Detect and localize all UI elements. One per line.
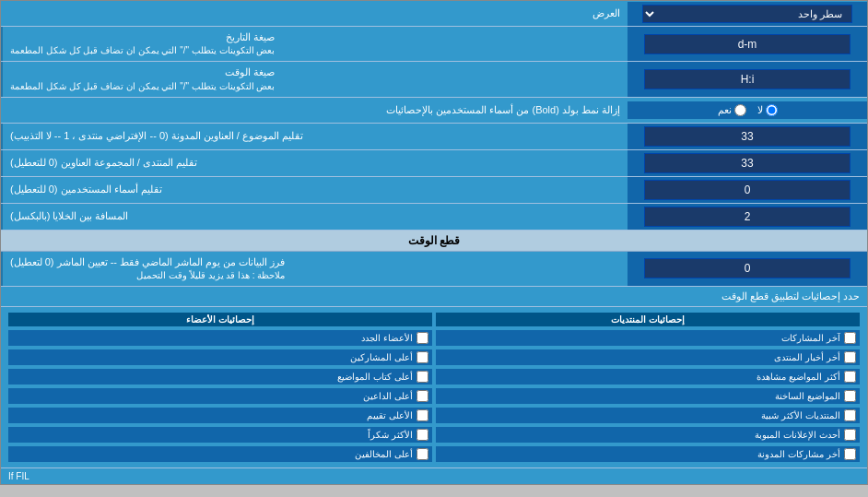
checkbox-grid: إحصائيات المنتديات آخر المشاركات أخر أخب… [8,313,860,462]
checkbox-item: أخر أخبار المنتدى [436,349,860,365]
time-format-row: صيغة الوقت بعض التكوينات يتطلب "/" التي … [1,62,867,97]
checkbox-item: أحدث الإعلانات المبوبة [436,427,860,443]
date-format-input-container [628,27,867,61]
checkbox-section: إحصائيات المنتديات آخر المشاركات أخر أخب… [1,307,867,468]
date-format-label: صيغة التاريخ بعض التكوينات يتطلب "/" الت… [1,27,628,61]
checkbox-forum-7[interactable] [844,448,856,460]
checkbox-item: أعلى المخالفين [8,446,432,462]
cell-distance-input[interactable] [644,207,850,227]
time-format-input[interactable] [644,69,850,89]
cell-distance-label: المسافة بين الخلايا (بالبكسل) [1,204,628,230]
checkbox-item: آخر المشاركات [436,330,860,346]
checkbox-member-7[interactable] [416,448,428,460]
checkbox-member-4[interactable] [416,390,428,402]
checkbox-item: أعلى كتاب المواضيع [8,369,432,385]
time-format-input-container [628,62,867,96]
checkbox-member-5[interactable] [416,409,428,421]
bold-yes-radio[interactable] [734,104,746,116]
bold-remove-row: إزالة نمط بولد (Bold) من أسماء المستخدمي… [1,98,867,124]
checkbox-item: أعلى الداعين [8,388,432,404]
time-format-label: صيغة الوقت بعض التكوينات يتطلب "/" التي … [1,62,628,96]
bold-remove-label: إزالة نمط بولد (Bold) من أسماء المستخدمي… [1,101,628,120]
display-select-container: سطر واحد [628,2,867,26]
checkbox-col-forums: إحصائيات المنتديات آخر المشاركات أخر أخب… [436,313,860,462]
topic-order-input[interactable] [644,126,850,147]
fetch-row: فرز البيانات من يوم الماشر الماضي فقط --… [1,252,867,287]
main-container: العرض سطر واحد صيغة التاريخ بعض التكوينا… [0,0,868,485]
display-select[interactable]: سطر واحد [642,5,853,23]
checkbox-item: أخر مشاركات المدونة [436,446,860,462]
checkbox-forum-4[interactable] [844,390,856,402]
topic-order-row: تقليم الموضوع / العناوين المدونة (0 -- ا… [1,124,867,150]
checkbox-item: أكثر المواضيع مشاهدة [436,369,860,385]
checkbox-forum-2[interactable] [844,351,856,363]
checkbox-member-1[interactable] [416,332,428,344]
topic-order-label: تقليم الموضوع / العناوين المدونة (0 -- ا… [1,124,628,149]
bold-remove-options: لا نعم [628,101,867,119]
checkbox-item: الأعلى تقييم [8,408,432,423]
bold-yes-label: نعم [718,104,746,116]
forum-order-input[interactable] [644,153,850,173]
checkbox-item: الأعضاء الجدد [8,330,432,346]
bold-no-radio[interactable] [766,104,778,116]
topic-order-input-container [628,124,867,149]
checkbox-item: المنتديات الأكثر شبية [436,408,860,423]
checkbox-item: الأكثر شكراً [8,427,432,443]
display-row: العرض سطر واحد [1,1,867,27]
date-format-row: صيغة التاريخ بعض التكوينات يتطلب "/" الت… [1,27,867,62]
checkbox-col-members: إحصائيات الأعضاء الأعضاء الجدد أعلى المش… [8,313,432,462]
checkbox-member-3[interactable] [416,371,428,383]
forum-order-row: تقليم المنتدى / المجموعة العناوين (0 للت… [1,150,867,177]
checkbox-item: أعلى المشاركين [8,349,432,365]
col-members-header: إحصائيات الأعضاء [8,313,432,326]
limit-label: حدد إحصائيات لتطبيق قطع الوقت [721,290,860,302]
users-order-row: تقليم أسماء المستخدمين (0 للتعطيل) [1,177,867,204]
checkbox-member-6[interactable] [416,429,428,441]
col-forums-header: إحصائيات المنتديات [436,313,860,326]
forum-order-input-container [628,150,867,176]
users-order-label: تقليم أسماء المستخدمين (0 للتعطيل) [1,177,628,203]
forum-order-label: تقليم المنتدى / المجموعة العناوين (0 للت… [1,150,628,176]
checkbox-member-2[interactable] [416,351,428,363]
display-label: العرض [1,4,628,23]
cell-distance-input-container [628,204,867,230]
cell-distance-row: المسافة بين الخلايا (بالبكسل) [1,204,867,231]
fetch-input-container [628,252,867,286]
users-order-input[interactable] [644,180,850,200]
limit-row: حدد إحصائيات لتطبيق قطع الوقت [1,287,867,307]
footer-text: If FIL [1,468,867,484]
bold-no-label: لا [757,104,778,116]
fetch-label: فرز البيانات من يوم الماشر الماضي فقط --… [1,252,628,286]
fetch-input[interactable] [644,258,850,278]
date-format-input[interactable] [644,34,850,54]
checkbox-forum-5[interactable] [844,409,856,421]
users-order-input-container [628,177,867,203]
checkbox-forum-1[interactable] [844,332,856,344]
checkbox-item: المواضيع الساخنة [436,388,860,404]
cutting-header: قطع الوقت [1,231,867,252]
checkbox-forum-3[interactable] [844,371,856,383]
checkbox-forum-6[interactable] [844,429,856,441]
